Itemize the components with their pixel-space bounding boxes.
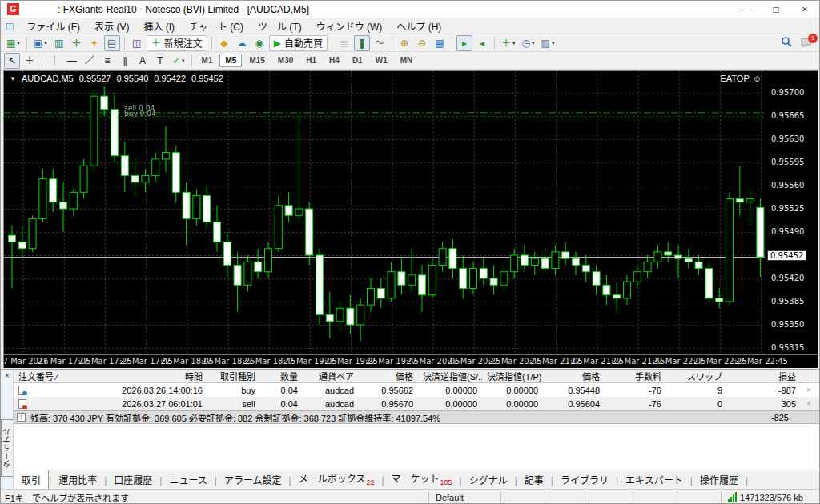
timeframe-d1[interactable]: D1 — [347, 54, 368, 67]
chevron-down-icon[interactable]: ▾ — [512, 40, 516, 46]
tab-account-history[interactable]: 口座履歴 — [107, 470, 159, 490]
tab-library[interactable]: ライブラリ — [553, 470, 616, 490]
timeframe-w1[interactable]: W1 — [370, 54, 393, 67]
autotrading-button[interactable]: ▶自動売買 — [269, 35, 328, 51]
price-axis[interactable]: 0.957000.956650.956300.955950.955600.955… — [766, 71, 818, 354]
ea-smiley-icon[interactable]: ☺ — [753, 74, 762, 83]
menu-window[interactable]: ウィンドウ (W) — [309, 20, 390, 34]
zoom-in-button[interactable]: ⊕ — [396, 35, 412, 51]
text-button[interactable]: A — [135, 53, 151, 69]
maximize-button[interactable]: □ — [762, 1, 790, 18]
new-chart-button[interactable]: ▦▾ — [4, 35, 22, 51]
fibonacci-button[interactable]: ≡ — [99, 53, 115, 69]
vertical-line-button[interactable]: ｜ — [46, 53, 62, 69]
chevron-down-icon[interactable]: ▾ — [182, 58, 185, 64]
tab-market[interactable]: マーケット105 — [384, 469, 460, 490]
chevron-down-icon[interactable]: ▾ — [17, 40, 20, 46]
trendline-button[interactable]: ／ — [82, 53, 98, 69]
notifications-icon[interactable]: 1 — [800, 37, 814, 50]
new-order-button[interactable]: ＋新規注文 — [147, 35, 207, 51]
tab-mailbox[interactable]: メールボックス22 — [291, 469, 382, 490]
price-axis-label: 0.95595 — [771, 158, 804, 166]
column-header[interactable]: 決済逆指値(S/... — [418, 370, 482, 382]
chart-window-icon[interactable]: ◫ — [6, 21, 14, 31]
timeframe-m30[interactable]: M30 — [272, 54, 299, 67]
market-watch-button[interactable]: ▥ — [51, 35, 67, 51]
menu-help[interactable]: ヘルプ (H) — [389, 20, 448, 34]
timeframe-m1[interactable]: M1 — [196, 54, 219, 67]
chart-shift-button[interactable]: ◂ — [474, 35, 490, 51]
close-position-button[interactable]: × — [801, 386, 817, 394]
metaeditor-button[interactable]: ◆ — [216, 35, 232, 51]
column-header[interactable]: 取引種別 — [207, 370, 260, 382]
collapse-ohlc-icon[interactable]: ▼ — [10, 75, 16, 82]
menu-tools[interactable]: ツール (T) — [251, 20, 309, 34]
periods-button[interactable]: ◷▾ — [520, 35, 537, 51]
tab-exposure[interactable]: 運用比率 — [51, 470, 104, 490]
templates-button[interactable]: ▨▾ — [539, 35, 557, 51]
tab-articles[interactable]: 記事 — [517, 470, 551, 490]
terminal-vertical-tab[interactable]: ターミナル — [1, 419, 13, 477]
time-axis[interactable]: 27 Mar 202627 Mar 17:0527 Mar 17:2527 Ma… — [4, 354, 818, 368]
tab-experts[interactable]: エキスパート — [618, 470, 690, 490]
column-header[interactable]: 数量 — [260, 370, 303, 382]
text-label-button[interactable]: T — [152, 53, 168, 69]
menu-file[interactable]: ファイル (F) — [19, 20, 87, 34]
channel-button[interactable]: ∥ — [117, 53, 133, 69]
chevron-down-icon[interactable]: ▾ — [552, 40, 555, 46]
crosshair-button[interactable]: ＋ — [22, 53, 38, 69]
chevron-down-icon[interactable]: ▾ — [532, 40, 535, 46]
order-row[interactable]: 2026.03.26 14:00:16buy0.04audcad0.956620… — [14, 383, 820, 397]
profiles-button[interactable]: ▣▾ — [31, 35, 50, 51]
timeframe-m5[interactable]: M5 — [219, 54, 242, 67]
chart-window[interactable]: ▼ AUDCAD,M5 0.95527 0.95540 0.95422 0.95… — [3, 70, 818, 368]
column-header[interactable]: 損益 — [727, 370, 801, 382]
expert-advisor-label[interactable]: EATOP ☺ — [720, 74, 762, 83]
column-header[interactable]: 価格 — [359, 370, 418, 382]
search-icon[interactable] — [781, 36, 792, 50]
tab-news[interactable]: ニュース — [162, 470, 214, 490]
auto-scroll-button[interactable]: ▸ — [456, 35, 472, 51]
menu-chart[interactable]: チャート (C) — [182, 20, 251, 34]
timeframe-mn[interactable]: MN — [395, 54, 419, 67]
zoom-out-button[interactable]: ⊖ — [414, 35, 430, 51]
column-header[interactable]: 手数料 — [605, 370, 666, 382]
timeframe-m15[interactable]: M15 — [243, 54, 270, 67]
close-button[interactable]: × — [790, 1, 819, 18]
column-header[interactable]: スワップ — [666, 370, 727, 382]
terminal-button[interactable]: ▤ — [104, 35, 120, 51]
timeframe-h1[interactable]: H1 — [300, 54, 322, 67]
column-header[interactable]: 時間 — [90, 370, 207, 382]
menu-view[interactable]: 表示 (V) — [87, 20, 136, 34]
chevron-down-icon[interactable]: ▾ — [44, 40, 47, 46]
horizontal-line-button[interactable]: — — [64, 53, 80, 69]
data-window-button[interactable]: ✛ — [69, 35, 85, 51]
bar-chart-button[interactable]: 𝄙 — [336, 35, 352, 51]
column-header[interactable]: 注文番号 ∕ — [14, 370, 90, 382]
navigator-button[interactable]: ✦ — [86, 35, 102, 51]
tab-trade[interactable]: 取引 — [14, 470, 49, 490]
close-position-button[interactable]: × — [801, 399, 817, 408]
candlestick-chart-button[interactable]: ❚ — [354, 35, 370, 51]
close-terminal-button[interactable]: × — [1, 370, 14, 381]
indicators-button[interactable]: ＋▾ — [499, 35, 518, 51]
order-row[interactable]: 2026.03.27 06:01:01sell0.04audcad0.95670… — [14, 397, 820, 410]
mql5-community-button[interactable]: ☁ — [234, 35, 250, 51]
minimize-button[interactable]: — — [733, 1, 762, 18]
column-header[interactable]: 価格 — [543, 370, 605, 382]
column-header[interactable]: 決済指値(T/P) — [482, 370, 543, 382]
timeframe-h4[interactable]: H4 — [324, 54, 345, 67]
strategy-tester-button[interactable]: ◫ — [129, 35, 145, 51]
arrows-button[interactable]: ✓▾ — [170, 53, 187, 69]
tab-alerts[interactable]: アラーム設定 — [217, 470, 289, 490]
chart-plot[interactable]: ▼ AUDCAD,M5 0.95527 0.95540 0.95422 0.95… — [4, 71, 765, 354]
cursor-button[interactable]: ↖ — [4, 53, 20, 69]
column-header[interactable]: 通貨ペア — [303, 370, 359, 382]
tab-signals[interactable]: シグナル — [462, 470, 515, 490]
tile-windows-button[interactable]: ▦ — [432, 35, 448, 51]
tab-journal[interactable]: 操作履歴 — [693, 470, 746, 490]
line-chart-button[interactable]: 〜 — [372, 35, 388, 51]
status-profile[interactable]: Default — [428, 491, 500, 504]
signals-button[interactable]: ◉ — [251, 35, 267, 51]
menu-insert[interactable]: 挿入 (I) — [136, 20, 182, 34]
